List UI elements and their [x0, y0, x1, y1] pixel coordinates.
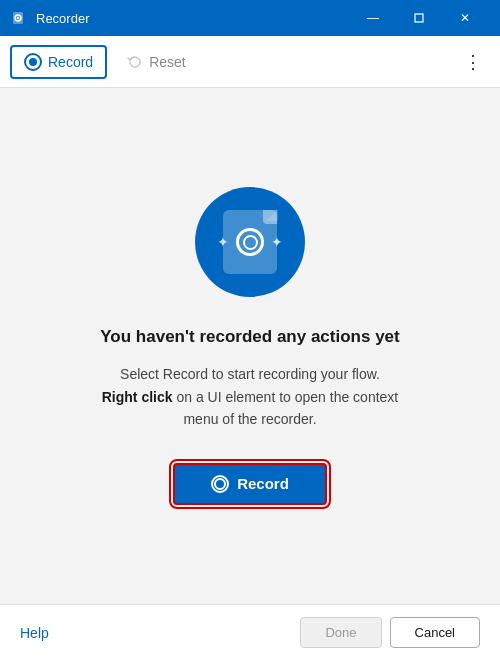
- illustration-inner: ✦ ✦: [223, 210, 277, 274]
- footer: Help Done Cancel: [0, 604, 500, 660]
- record-main-button[interactable]: Record: [173, 463, 327, 505]
- reset-toolbar-label: Reset: [149, 54, 186, 70]
- document-shape: [223, 210, 277, 274]
- done-label: Done: [325, 625, 356, 640]
- toolbar: Record Reset ⋮: [0, 36, 500, 88]
- title-bar-left: Recorder: [12, 10, 89, 26]
- app-icon: [12, 10, 28, 26]
- record-circle-icon: [236, 228, 264, 256]
- empty-state-title: You haven't recorded any actions yet: [100, 327, 399, 347]
- minimize-button[interactable]: —: [350, 0, 396, 36]
- record-dot-icon: [24, 53, 42, 71]
- cancel-label: Cancel: [415, 625, 455, 640]
- close-button[interactable]: ✕: [442, 0, 488, 36]
- title-bar-controls: — ✕: [350, 0, 488, 36]
- help-label: Help: [20, 625, 49, 641]
- reset-toolbar-button[interactable]: Reset: [115, 48, 198, 76]
- record-main-button-label: Record: [237, 475, 289, 492]
- empty-state-description: Select Record to start recording your fl…: [100, 363, 400, 430]
- empty-desc-bold: Right click: [102, 389, 173, 405]
- maximize-button[interactable]: [396, 0, 442, 36]
- svg-rect-3: [415, 14, 423, 22]
- help-button[interactable]: Help: [20, 625, 49, 641]
- title-bar: Recorder — ✕: [0, 0, 500, 36]
- app-title: Recorder: [36, 11, 89, 26]
- record-toolbar-label: Record: [48, 54, 93, 70]
- content-area: ✦ ✦ You haven't recorded any actions yet…: [0, 88, 500, 604]
- sparkle-right-icon: ✦: [271, 234, 283, 250]
- svg-point-2: [17, 17, 19, 19]
- more-icon: ⋮: [464, 51, 482, 73]
- reset-icon: [127, 54, 143, 70]
- illustration: ✦ ✦: [195, 187, 305, 297]
- doc-corner: [263, 210, 277, 224]
- done-button[interactable]: Done: [300, 617, 381, 648]
- empty-desc-text1: Select Record to start recording your fl…: [120, 366, 380, 382]
- record-button-dot-icon: [211, 475, 229, 493]
- record-toolbar-button[interactable]: Record: [10, 45, 107, 79]
- cancel-button[interactable]: Cancel: [390, 617, 480, 648]
- empty-desc-text2: on a UI element to open the context menu…: [173, 389, 399, 427]
- footer-actions: Done Cancel: [300, 617, 480, 648]
- sparkle-left-icon: ✦: [217, 234, 229, 250]
- more-options-button[interactable]: ⋮: [456, 45, 490, 79]
